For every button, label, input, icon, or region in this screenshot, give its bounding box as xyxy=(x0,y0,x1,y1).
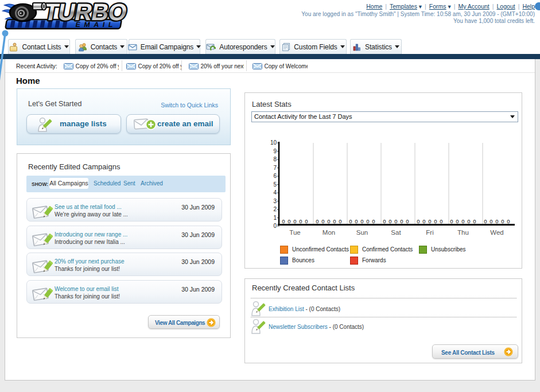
svg-text:0: 0 xyxy=(366,218,369,224)
svg-text:4: 4 xyxy=(273,189,277,196)
svg-text:0: 0 xyxy=(406,218,409,224)
svg-text:0: 0 xyxy=(360,218,363,224)
svg-text:Sun: Sun xyxy=(356,229,368,236)
svg-text:8: 8 xyxy=(273,156,277,162)
svg-text:0: 0 xyxy=(473,218,476,224)
svg-text:Tue: Tue xyxy=(289,229,300,236)
svg-text:Sat: Sat xyxy=(391,229,401,236)
svg-text:0: 0 xyxy=(383,218,386,224)
svg-text:0: 0 xyxy=(461,218,464,224)
svg-text:TURBO: TURBO xyxy=(42,0,129,25)
svg-text:0: 0 xyxy=(321,218,324,224)
svg-text:0: 0 xyxy=(273,223,277,229)
svg-text:0: 0 xyxy=(333,218,336,224)
svg-text:9: 9 xyxy=(273,148,277,154)
svg-text:0: 0 xyxy=(339,218,341,224)
svg-text:0: 0 xyxy=(316,218,318,224)
svg-text:0: 0 xyxy=(299,218,302,224)
svg-text:0: 0 xyxy=(355,218,358,224)
svg-text:0: 0 xyxy=(282,218,285,224)
svg-text:3: 3 xyxy=(273,198,277,204)
svg-text:0: 0 xyxy=(434,218,437,224)
svg-text:0: 0 xyxy=(288,218,290,224)
svg-text:Fri: Fri xyxy=(426,229,433,236)
svg-text:0: 0 xyxy=(372,218,375,224)
svg-text:0: 0 xyxy=(417,218,419,224)
svg-text:10: 10 xyxy=(270,139,277,146)
svg-text:5: 5 xyxy=(273,181,277,188)
svg-text:0: 0 xyxy=(428,218,431,224)
svg-text:Thu: Thu xyxy=(457,229,469,236)
svg-text:0: 0 xyxy=(467,218,470,224)
svg-text:0: 0 xyxy=(389,218,391,224)
svg-text:0: 0 xyxy=(495,218,498,224)
svg-text:1: 1 xyxy=(273,215,277,221)
svg-text:7: 7 xyxy=(273,165,277,171)
svg-text:2: 2 xyxy=(273,206,277,212)
svg-text:0: 0 xyxy=(394,218,397,224)
svg-text:0: 0 xyxy=(484,218,487,224)
svg-text:0: 0 xyxy=(422,218,425,224)
svg-text:0: 0 xyxy=(501,218,504,224)
svg-text:0: 0 xyxy=(327,218,330,224)
svg-text:Mon: Mon xyxy=(323,229,335,236)
svg-text:0: 0 xyxy=(293,218,296,224)
svg-text:0: 0 xyxy=(305,218,308,224)
svg-text:0: 0 xyxy=(400,218,403,224)
svg-text:Wed: Wed xyxy=(490,229,503,236)
svg-text:0: 0 xyxy=(456,218,459,224)
svg-text:0: 0 xyxy=(440,218,442,224)
svg-text:0: 0 xyxy=(450,218,453,224)
svg-text:0: 0 xyxy=(349,218,352,224)
svg-text:0: 0 xyxy=(490,218,492,224)
svg-text:0: 0 xyxy=(507,218,510,224)
svg-text:6: 6 xyxy=(273,173,277,179)
